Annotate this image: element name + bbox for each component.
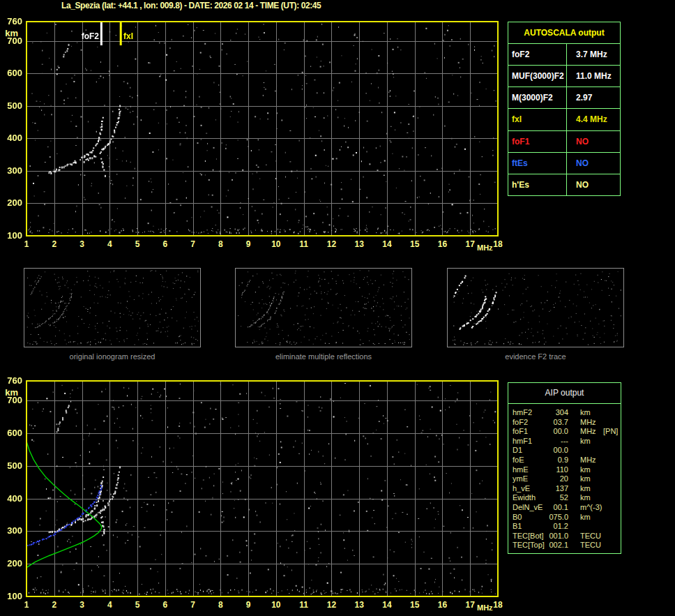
aip-row-label: hmE <box>513 465 529 474</box>
x-tick-label: 12 <box>323 240 340 248</box>
aip-table-header: AIP output <box>508 383 621 404</box>
autoscala-row-label: h'Es <box>508 174 567 195</box>
aip-row: D100.0 <box>508 446 621 456</box>
y-tick-label: 100 <box>0 592 22 601</box>
autoscala-row-label: MUF(3000)F2 <box>508 66 567 87</box>
foF2-marker-label: foF2 <box>78 32 99 40</box>
aip-row-label: hmF2 <box>513 408 532 416</box>
x-tick-label: 4 <box>101 240 118 248</box>
x-tick-label: 1 <box>18 601 35 609</box>
x-tick-label: 3 <box>74 601 91 609</box>
x-tick-label: 15 <box>407 601 423 609</box>
autoscala-row: fxI4.4 MHz <box>508 109 620 130</box>
aip-row-unit: MHz <box>580 418 596 426</box>
aip-row: hmE110km <box>508 465 621 475</box>
aip-row-unit: km <box>580 408 591 416</box>
aip-row-label: foF2 <box>513 418 528 426</box>
autoscala-row-label: M(3000)F2 <box>508 87 567 108</box>
x-tick-label: 11 <box>296 601 312 609</box>
aip-row: hmF2304km <box>508 408 621 418</box>
x-tick-label: 15 <box>407 240 423 248</box>
autoscala-output-table: AUTOSCALA output foF23.7 MHzMUF(3000)F21… <box>508 22 621 196</box>
y-tick-label: 500 <box>0 101 22 110</box>
aip-row-value: 00.0 <box>535 446 568 454</box>
aip-row: DelN_vE00.1m^(-3) <box>508 503 621 513</box>
autoscala-row-value: 3.7 MHz <box>567 44 620 65</box>
aip-row-value: 20 <box>535 474 568 483</box>
autoscala-row-value: 11.0 MHz <box>567 66 620 87</box>
x-tick-label: 13 <box>351 601 367 609</box>
autoscala-row: MUF(3000)F211.0 MHz <box>508 66 620 87</box>
aip-row-unit: km <box>580 474 591 483</box>
aip-row-value: 00.1 <box>535 503 568 511</box>
x-tick-label: 4 <box>101 601 118 609</box>
aip-row-label: h_vE <box>513 484 530 493</box>
aip-output-table: AIP output hmF2304kmfoF203.7MHzfoF100.0M… <box>508 382 621 554</box>
x-axis-unit-bottom: MHz <box>477 604 493 612</box>
x-tick-label: 6 <box>157 601 174 609</box>
aip-row-value: 00.0 <box>535 427 568 435</box>
aip-row-label: B0 <box>513 513 522 521</box>
y-tick-label: 300 <box>0 166 22 175</box>
aip-row-unit: km <box>580 493 591 502</box>
aip-row-label: Ewidth <box>513 493 536 502</box>
x-tick-label: 10 <box>268 601 285 609</box>
aip-row-unit: MHz <box>580 456 596 464</box>
x-tick-label: 10 <box>268 240 285 248</box>
x-tick-label: 16 <box>434 240 450 248</box>
aip-row-label: ymE <box>513 474 528 483</box>
y-tick-label: 760 <box>0 376 22 385</box>
autoscala-row-label: foF1 <box>508 131 567 152</box>
aip-row: hmF1---km <box>508 437 621 446</box>
autoscala-table-header: AUTOSCALA output <box>508 22 620 44</box>
y-tick-label: 760 <box>0 17 22 26</box>
thumbnail-caption-original: original ionogram resized <box>24 352 201 361</box>
x-tick-label: 2 <box>46 601 63 609</box>
x-axis-unit-top: MHz <box>477 244 493 252</box>
x-tick-label: 8 <box>212 601 229 609</box>
thumbnail-caption-evidence: evidence F2 trace <box>447 352 624 361</box>
y-tick-label: 200 <box>0 198 22 207</box>
x-tick-label: 5 <box>129 240 146 248</box>
autoscala-row-value: NO <box>567 131 620 152</box>
x-tick-label: 11 <box>296 240 312 248</box>
aip-row-label: hmF1 <box>513 437 532 445</box>
aip-row-unit: km <box>580 465 591 474</box>
x-tick-label: 6 <box>157 240 174 248</box>
autoscala-table-rows: foF23.7 MHzMUF(3000)F211.0 MHzM(3000)F22… <box>508 44 620 195</box>
ionogram-plot-top <box>26 21 499 236</box>
aip-row: foF100.0MHz[PN] <box>508 427 621 437</box>
aip-row-label: B1 <box>513 522 522 530</box>
aip-row-value: 001.0 <box>535 532 568 540</box>
aip-row-value: 137 <box>535 484 568 493</box>
aip-row: h_vE137km <box>508 484 621 494</box>
y-tick-label: 600 <box>0 68 22 77</box>
x-tick-label: 16 <box>434 601 450 609</box>
fxI-marker-label: fxI <box>123 32 133 40</box>
y-tick-label: 700 <box>0 396 22 405</box>
aip-row-value: 52 <box>535 493 568 502</box>
aip-row-note: [PN] <box>603 427 618 435</box>
autoscala-row-value: 2.97 <box>567 87 620 108</box>
aip-row-unit: TECU <box>580 532 601 540</box>
autoscala-row-label: fxI <box>508 109 567 130</box>
x-tick-label: 7 <box>185 601 202 609</box>
y-tick-label: 300 <box>0 526 22 535</box>
aip-row-unit: MHz <box>580 427 596 435</box>
aip-row-value: 304 <box>535 408 568 416</box>
x-tick-label: 8 <box>212 240 229 248</box>
autoscala-row: foF1NO <box>508 131 620 153</box>
autoscala-row-value: NO <box>567 174 620 195</box>
x-tick-label: 17 <box>462 601 478 609</box>
x-tick-label: 14 <box>379 601 395 609</box>
aip-row: TEC[Top]002.1TECU <box>508 541 621 550</box>
autoscala-row: M(3000)F22.97 <box>508 87 620 109</box>
y-tick-label: 700 <box>0 36 22 45</box>
aip-row-value: 0.9 <box>535 456 568 464</box>
y-tick-label: 400 <box>0 133 22 142</box>
aip-row-unit: km <box>580 484 591 493</box>
aip-row: B0075.0km <box>508 513 621 523</box>
x-tick-label: 2 <box>46 240 63 248</box>
aip-row-label: D1 <box>513 446 522 454</box>
aip-row-value: 075.0 <box>535 513 568 521</box>
